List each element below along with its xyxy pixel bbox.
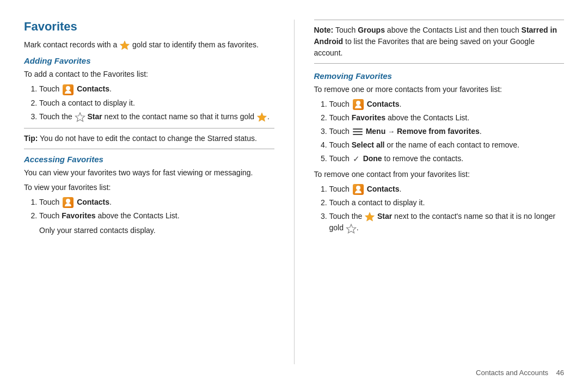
page: Favorites Mark contact records with a go… [0, 0, 588, 392]
contacts-icon [63, 84, 74, 95]
list-item: Touch Menu → Remove from favorites. [329, 126, 565, 137]
star-outline-icon [75, 112, 85, 122]
svg-marker-3 [365, 212, 375, 221]
adding-steps: Touch Contacts. Touch a contact to displ… [39, 83, 274, 122]
tip-box: Tip: You do not have to edit the contact… [24, 128, 274, 149]
accessing-favorites-title: Accessing Favorites [24, 155, 274, 164]
svg-marker-1 [75, 113, 84, 121]
list-item: Touch Favorites above the Contacts List. [39, 210, 274, 222]
contacts-icon-acc [63, 197, 74, 208]
contacts-icon-rem1 [353, 99, 364, 110]
gold-star-icon-2 [256, 112, 267, 122]
note-label: Note: [314, 26, 334, 34]
list-item: Touch Select all or the name of each con… [329, 139, 565, 151]
gold-star-icon-rem [364, 211, 375, 222]
note-box: Note: Touch Groups above the Contacts Li… [314, 20, 565, 64]
adding-intro: To add a contact to the Favorites list: [24, 69, 274, 80]
adding-favorites-title: Adding Favorites [24, 56, 274, 65]
tip-label: Tip: [24, 134, 38, 143]
gold-star-icon [119, 40, 130, 51]
removing-intro2: To remove one contact from your favorite… [314, 169, 565, 180]
removing-steps-single: Touch Contacts. Touch a contact to displ… [329, 183, 565, 234]
left-column: Favorites Mark contact records with a go… [24, 20, 295, 364]
svg-marker-2 [258, 113, 267, 121]
note-text: Touch Groups above the Contacts List and… [314, 26, 557, 57]
star-outline-icon-rem [346, 223, 357, 234]
accessing-steps: Touch Contacts. Touch Favorites above th… [39, 197, 274, 222]
removing-intro1: To remove one or more contacts from your… [314, 84, 565, 95]
removing-steps-multi: Touch Contacts. Touch Favorites above th… [329, 99, 565, 166]
footer-text: Contacts and Accounts [476, 369, 548, 377]
list-item: Touch a contact to display it. [329, 197, 565, 209]
page-title: Favorites [24, 20, 274, 34]
list-item: Touch ✓ Done to remove the contacts. [329, 153, 565, 166]
list-item: Touch Contacts. [39, 83, 274, 95]
accessing-intro1: You can view your favorites two ways for… [24, 167, 274, 179]
menu-icon [353, 128, 363, 136]
removing-favorites-title: Removing Favorites [314, 71, 565, 81]
accessing-note: Only your starred contacts display. [39, 225, 274, 236]
list-item: Touch the Star next to the contact's nam… [329, 211, 565, 234]
svg-marker-4 [346, 224, 356, 233]
list-item: Touch the Star next to the contact name … [39, 111, 274, 122]
list-item: Touch Contacts. [329, 99, 565, 110]
tip-text: You do not have to edit the contact to c… [40, 134, 257, 143]
list-item: Touch Favorites above the Contacts List. [329, 112, 565, 124]
accessing-intro2: To view your favorites list: [24, 182, 274, 193]
list-item: Touch a contact to display it. [39, 97, 274, 109]
contacts-icon-rem2 [353, 184, 364, 195]
intro-text: Mark contact records with a gold star to… [24, 39, 274, 51]
list-item: Touch Contacts. [329, 183, 565, 195]
footer-page: 46 [556, 369, 564, 377]
right-column: Note: Touch Groups above the Contacts Li… [295, 20, 565, 364]
check-icon: ✓ [353, 153, 360, 166]
list-item: Touch Contacts. [39, 197, 274, 208]
svg-marker-0 [120, 41, 130, 50]
footer: Contacts and Accounts 46 [24, 364, 564, 377]
